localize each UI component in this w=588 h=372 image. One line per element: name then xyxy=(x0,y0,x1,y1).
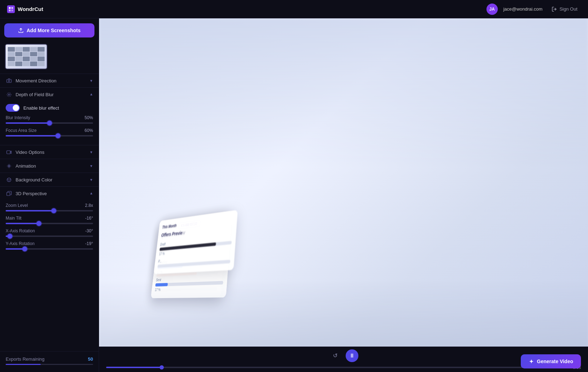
svg-rect-8 xyxy=(7,151,10,154)
main-area: Add More Screenshots xyxy=(0,18,588,372)
blur-intensity-slider: Blur Intensity 50% xyxy=(6,115,93,124)
svg-point-7 xyxy=(7,93,11,97)
y-axis-value: -19° xyxy=(85,241,93,246)
focus-area-value: 60% xyxy=(85,128,93,133)
svg-point-12 xyxy=(8,180,9,181)
svg-rect-4 xyxy=(7,79,11,82)
y-axis-label: Y-Axis Rotation xyxy=(6,241,35,246)
exports-value: 50 xyxy=(88,356,93,362)
app-logo-icon xyxy=(7,5,15,13)
main-tilt-slider: Main Tilt -16° xyxy=(6,216,93,224)
exports-track xyxy=(6,364,93,365)
preview-area: This Month ₤ 5 498 037,53 Invoices Previ… xyxy=(99,18,588,372)
camera-icon xyxy=(6,77,12,84)
sign-out-label: Sign Out xyxy=(559,6,577,12)
progress-thumb[interactable] xyxy=(160,365,164,370)
section-dof-header[interactable]: Depth of Field Blur ▼ xyxy=(0,87,99,101)
sign-out-button[interactable]: Sign Out xyxy=(548,4,581,14)
svg-rect-0 xyxy=(9,7,11,9)
sidebar: Add More Screenshots xyxy=(0,18,99,372)
topbar: WondrCut JA jace@wondrai.com Sign Out xyxy=(0,0,588,18)
section-animation-label: Animation xyxy=(16,163,36,169)
main-tilt-label: Main Tilt xyxy=(6,216,22,221)
replay-button[interactable]: ↺ xyxy=(329,349,341,362)
video-icon xyxy=(6,149,12,155)
x-axis-slider: X-Axis Rotation -30° xyxy=(6,228,93,237)
add-screenshots-button[interactable]: Add More Screenshots xyxy=(4,23,94,37)
section-perspective-label: 3D Perspective xyxy=(16,191,47,196)
sign-out-icon xyxy=(552,6,557,12)
blur-intensity-track[interactable] xyxy=(6,122,93,124)
svg-point-6 xyxy=(8,94,10,95)
perspective-container: This Month ₤ 5 498 037,53 Invoices Previ… xyxy=(99,18,588,347)
section-dof-label: Depth of Field Blur xyxy=(16,92,54,97)
thumbnail-area xyxy=(0,41,99,74)
topbar-right: JA jace@wondrai.com Sign Out xyxy=(486,4,581,15)
section-video-label: Video Options xyxy=(16,150,44,155)
generate-video-button[interactable]: Generate Video xyxy=(521,354,581,368)
x-axis-value: -30° xyxy=(85,228,93,233)
offers-card: This Month Offers Preview Draft 17 % xyxy=(154,210,238,274)
svg-point-11 xyxy=(9,179,10,179)
y-axis-track[interactable] xyxy=(6,248,93,250)
section-movement-header[interactable]: Movement Direction ▼ xyxy=(0,74,99,87)
exports-label: Exports Remaining xyxy=(6,356,45,362)
user-avatar: JA xyxy=(486,4,498,15)
progress-container: 0.6s xyxy=(106,365,581,370)
section-movement-label: Movement Direction xyxy=(16,78,57,83)
upload-icon xyxy=(18,28,24,33)
section-background-header[interactable]: Background Color ▼ xyxy=(0,173,99,186)
blur-toggle[interactable] xyxy=(6,104,20,112)
svg-rect-1 xyxy=(11,7,13,9)
svg-rect-13 xyxy=(7,192,10,196)
canvas-image: This Month ₤ 5 498 037,53 Invoices Previ… xyxy=(99,18,588,347)
y-axis-slider: Y-Axis Rotation -19° xyxy=(6,241,93,250)
replay-icon: ↺ xyxy=(333,352,338,359)
x-axis-label: X-Axis Rotation xyxy=(6,228,35,233)
dof-chevron: ▼ xyxy=(90,93,93,97)
x-axis-track[interactable] xyxy=(6,236,93,237)
dof-content: Enable blur effect Blur Intensity 50% Fo… xyxy=(0,101,99,145)
progress-track[interactable] xyxy=(106,367,569,368)
blur-toggle-label: Enable blur effect xyxy=(23,105,59,111)
zoom-level-track[interactable] xyxy=(6,210,93,211)
main-tilt-value: -16° xyxy=(85,216,93,221)
add-btn-label: Add More Screenshots xyxy=(27,28,80,33)
toggle-knob xyxy=(13,105,19,111)
focus-icon xyxy=(6,91,12,98)
zoom-level-slider: Zoom Level 2.8x xyxy=(6,203,93,211)
section-animation-header[interactable]: Animation ▼ xyxy=(0,159,99,173)
section-video-header[interactable]: Video Options ▼ xyxy=(0,145,99,159)
svg-point-9 xyxy=(7,178,11,182)
color-icon xyxy=(6,176,12,183)
blur-intensity-label: Blur Intensity xyxy=(6,115,30,120)
zoom-level-value: 2.8x xyxy=(85,203,93,208)
focus-area-label: Focus Area Size xyxy=(6,128,36,133)
svg-point-5 xyxy=(8,80,10,81)
progress-fill xyxy=(106,367,162,368)
perspective-chevron: ▼ xyxy=(90,192,93,196)
blur-intensity-value: 50% xyxy=(85,115,93,120)
main-tilt-track[interactable] xyxy=(6,223,93,224)
play-pause-button[interactable]: ⏸ xyxy=(346,349,358,362)
canvas: This Month ₤ 5 498 037,53 Invoices Previ… xyxy=(99,18,588,347)
svg-rect-2 xyxy=(9,10,11,11)
perspective-content: Zoom Level 2.8x Main Tilt -16° xyxy=(0,200,99,258)
generate-icon xyxy=(529,359,534,364)
perspective-inner: This Month ₤ 5 498 037,53 Invoices Previ… xyxy=(152,110,588,219)
screenshot-thumbnail[interactable] xyxy=(5,44,47,69)
movement-chevron: ▼ xyxy=(90,79,93,83)
focus-area-track[interactable] xyxy=(6,135,93,136)
play-icon: ⏸ xyxy=(349,353,355,359)
topbar-left: WondrCut xyxy=(7,5,43,13)
svg-rect-3 xyxy=(11,10,13,11)
zoom-level-label: Zoom Level xyxy=(6,203,28,208)
section-background-label: Background Color xyxy=(16,177,52,182)
user-email: jace@wondrai.com xyxy=(503,6,543,12)
section-perspective-header[interactable]: 3D Perspective ▼ xyxy=(0,186,99,200)
animation-chevron: ▼ xyxy=(90,164,93,168)
video-chevron: ▼ xyxy=(90,150,93,154)
svg-point-10 xyxy=(7,179,8,179)
playback-controls: ↺ ⏸ xyxy=(329,349,358,362)
timeline-area: ↺ ⏸ 0.6s Generate Video xyxy=(99,347,588,372)
